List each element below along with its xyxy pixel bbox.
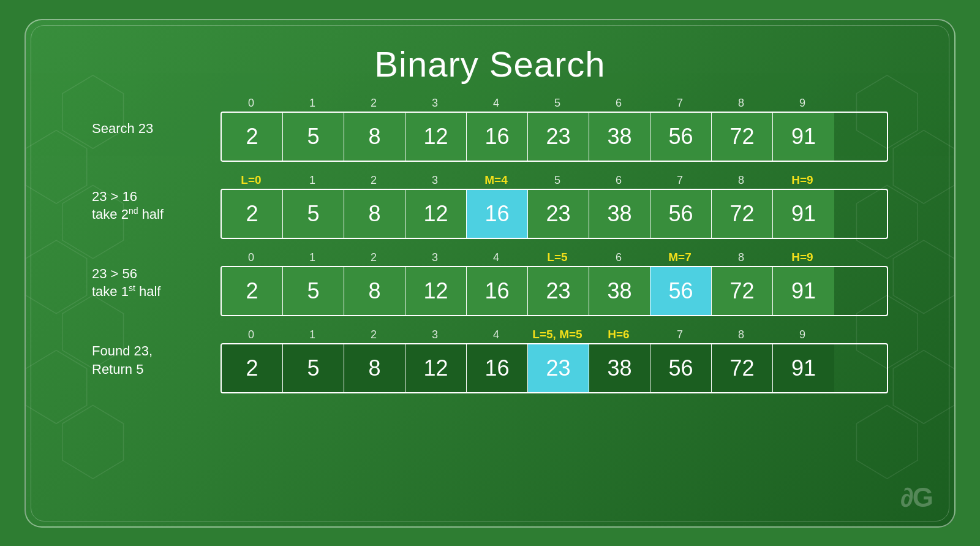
cell-step1-0: 2 — [222, 190, 283, 238]
watermark: ∂G — [900, 482, 932, 513]
index-cell-step2-2: 2 — [343, 250, 404, 265]
page-title: Binary Search — [374, 44, 605, 85]
index-cell-step2-8: 8 — [710, 250, 772, 265]
cell-step3-1: 5 — [283, 344, 344, 392]
cell-step1-2: 8 — [344, 190, 405, 238]
row-group-search23: Search 23012345678925812162338567291 — [92, 96, 888, 162]
cell-step1-4: 16 — [467, 190, 528, 238]
row-label-step1: 23 > 16take 2nd half — [92, 188, 221, 224]
array-wrapper-step2: 01234L=56M=78H=925812162338567291 — [221, 250, 888, 316]
cell-search23-0: 2 — [222, 113, 283, 161]
index-cell-step2-3: 3 — [404, 250, 466, 265]
row-group-step1: 23 > 16take 2nd halfL=0123M=45678H=92581… — [92, 173, 888, 239]
cells-row-step1: 25812162338567291 — [221, 189, 888, 239]
cell-step2-6: 38 — [589, 267, 650, 315]
row-label-step2: 23 > 56take 1st half — [92, 265, 221, 301]
index-cell-search23-6: 6 — [588, 96, 649, 110]
svg-marker-6 — [62, 405, 124, 479]
cell-step2-0: 2 — [222, 267, 283, 315]
svg-marker-1 — [26, 130, 87, 203]
cell-search23-7: 56 — [650, 113, 712, 161]
svg-marker-3 — [26, 240, 87, 314]
index-cell-search23-8: 8 — [710, 96, 772, 110]
array-wrapper-search23: 012345678925812162338567291 — [221, 96, 888, 162]
cell-step2-7: 56 — [650, 267, 712, 315]
cell-search23-4: 16 — [467, 113, 528, 161]
cell-search23-1: 5 — [283, 113, 344, 161]
cell-step2-2: 8 — [344, 267, 405, 315]
index-cell-step3-3: 3 — [404, 327, 466, 342]
svg-marker-5 — [26, 350, 87, 423]
index-cell-step3-1: 1 — [282, 327, 343, 342]
cell-step1-8: 72 — [712, 190, 773, 238]
index-cell-step2-5: L=5 — [527, 250, 588, 265]
row-group-step3: Found 23,Return 501234L=5, M=5H=67892581… — [92, 327, 888, 393]
cell-step1-6: 38 — [589, 190, 650, 238]
cell-step2-9: 91 — [773, 267, 834, 315]
cell-step2-5: 23 — [528, 267, 589, 315]
cell-step3-4: 16 — [467, 344, 528, 392]
cell-step3-7: 56 — [650, 344, 712, 392]
cell-step2-8: 72 — [712, 267, 773, 315]
cell-search23-8: 72 — [712, 113, 773, 161]
cell-step3-2: 8 — [344, 344, 405, 392]
index-row-step1: L=0123M=45678H=9 — [221, 173, 888, 188]
svg-marker-8 — [893, 130, 954, 203]
index-cell-step1-8: 8 — [710, 173, 772, 188]
row-label-search23: Search 23 — [92, 119, 221, 138]
index-cell-step3-2: 2 — [343, 327, 404, 342]
index-cell-search23-7: 7 — [649, 96, 710, 110]
index-cell-step1-1: 1 — [282, 173, 343, 188]
cell-step3-8: 72 — [712, 344, 773, 392]
index-row-step2: 01234L=56M=78H=9 — [221, 250, 888, 265]
index-cell-search23-4: 4 — [466, 96, 527, 110]
index-cell-step2-9: H=9 — [772, 250, 833, 265]
cell-step3-3: 12 — [405, 344, 467, 392]
cells-row-search23: 25812162338567291 — [221, 112, 888, 162]
cells-row-step2: 25812162338567291 — [221, 266, 888, 316]
cell-search23-6: 38 — [589, 113, 650, 161]
index-cell-step1-7: 7 — [649, 173, 710, 188]
index-cell-step3-9: 9 — [772, 327, 833, 342]
index-cell-step3-8: 8 — [710, 327, 772, 342]
index-cell-step1-5: 5 — [527, 173, 588, 188]
cell-step1-1: 5 — [283, 190, 344, 238]
svg-marker-10 — [893, 240, 954, 314]
cell-search23-5: 23 — [528, 113, 589, 161]
index-cell-step3-4: 4 — [466, 327, 527, 342]
index-cell-step3-0: 0 — [221, 327, 282, 342]
index-cell-search23-9: 9 — [772, 96, 833, 110]
index-cell-step2-7: M=7 — [649, 250, 710, 265]
cell-step1-5: 23 — [528, 190, 589, 238]
cell-step3-9: 91 — [773, 344, 834, 392]
index-row-search23: 0123456789 — [221, 96, 888, 110]
cell-step2-3: 12 — [405, 267, 467, 315]
index-cell-step1-4: M=4 — [466, 173, 527, 188]
cell-search23-2: 8 — [344, 113, 405, 161]
cell-search23-3: 12 — [405, 113, 467, 161]
cell-step1-9: 91 — [773, 190, 834, 238]
cell-step3-0: 2 — [222, 344, 283, 392]
row-label-step3: Found 23,Return 5 — [92, 342, 221, 378]
index-cell-step1-3: 3 — [404, 173, 466, 188]
index-cell-search23-0: 0 — [221, 96, 282, 110]
svg-marker-13 — [856, 405, 918, 479]
cell-step3-6: 38 — [589, 344, 650, 392]
index-cell-search23-3: 3 — [404, 96, 466, 110]
svg-marker-12 — [893, 350, 954, 423]
cell-step1-3: 12 — [405, 190, 467, 238]
cell-search23-9: 91 — [773, 113, 834, 161]
main-card: Binary Search Search 2301234567892581216… — [24, 19, 956, 528]
cell-step3-5: 23 — [528, 344, 589, 392]
index-cell-step2-6: 6 — [588, 250, 649, 265]
index-cell-step2-1: 1 — [282, 250, 343, 265]
index-cell-step2-4: 4 — [466, 250, 527, 265]
index-cell-step2-0: 0 — [221, 250, 282, 265]
index-cell-step1-9: H=9 — [772, 173, 833, 188]
index-cell-step1-2: 2 — [343, 173, 404, 188]
cells-row-step3: 25812162338567291 — [221, 343, 888, 393]
array-wrapper-step3: 01234L=5, M=5H=678925812162338567291 — [221, 327, 888, 393]
array-wrapper-step1: L=0123M=45678H=925812162338567291 — [221, 173, 888, 239]
index-cell-step3-7: 7 — [649, 327, 710, 342]
cell-step1-7: 56 — [650, 190, 712, 238]
